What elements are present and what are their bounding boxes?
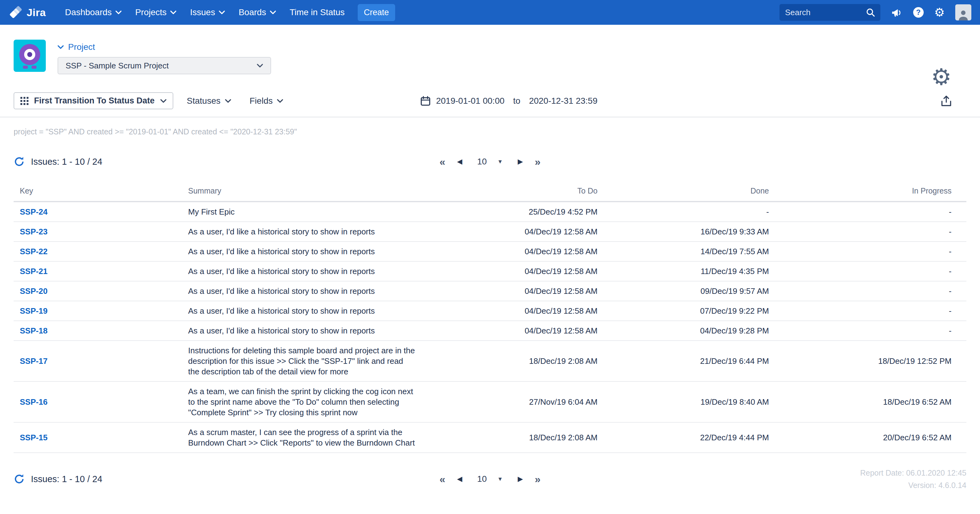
issue-inprogress-cell: - <box>769 321 966 341</box>
caret-down-icon: ▼ <box>497 158 503 165</box>
menu-time-in-status[interactable]: Time in Status <box>283 0 352 25</box>
first-page-button[interactable]: « <box>439 474 445 484</box>
table-row: SSP-22 As a user, I'd like a historical … <box>14 241 966 261</box>
search-input[interactable] <box>785 8 862 18</box>
date-from: 2019-01-01 00:00 <box>436 96 504 106</box>
chevron-down-icon <box>115 11 122 14</box>
issue-done-cell: 14/Dec/19 7:55 AM <box>598 241 769 261</box>
menu-boards[interactable]: Boards <box>232 0 283 25</box>
date-separator: to <box>513 96 520 106</box>
issue-key-link[interactable]: SSP-16 <box>20 397 48 407</box>
issue-done-cell: 09/Dec/19 9:57 AM <box>598 281 769 301</box>
last-page-button[interactable]: » <box>535 474 541 484</box>
previous-page-button[interactable]: ◀ <box>457 476 462 482</box>
jira-brand[interactable]: Jira <box>10 6 46 19</box>
menu-projects[interactable]: Projects <box>129 0 183 25</box>
issues-toolbar-bottom: Issues: 1 - 10 / 24 « ◀ 10 ▼ ▶ » Report … <box>14 467 966 501</box>
issue-todo-cell: 04/Dec/19 12:58 AM <box>430 261 598 281</box>
project-select-value: SSP - Sample Scrum Project <box>65 61 169 70</box>
search-icon[interactable] <box>866 8 875 17</box>
report-settings-gear-icon[interactable]: ⚙ <box>931 65 951 89</box>
issues-toolbar-top: Issues: 1 - 10 / 24 « ◀ 10 ▼ ▶ » <box>14 152 966 171</box>
first-page-button[interactable]: « <box>439 156 445 167</box>
feedback-megaphone-icon[interactable] <box>891 7 903 18</box>
next-page-button[interactable]: ▶ <box>518 158 523 165</box>
chevron-down-icon <box>219 11 225 14</box>
next-page-button[interactable]: ▶ <box>518 476 523 482</box>
statuses-dropdown[interactable]: Statuses <box>187 96 231 106</box>
issue-key-cell: SSP-18 <box>14 321 188 341</box>
refresh-icon[interactable] <box>14 473 25 485</box>
issue-key-link[interactable]: SSP-15 <box>20 433 48 442</box>
issues-table-body: SSP-24 My First Epic 25/Dec/19 4:52 PM -… <box>14 201 966 453</box>
fields-label: Fields <box>250 96 273 106</box>
issue-key-cell: SSP-23 <box>14 222 188 241</box>
issue-key-link[interactable]: SSP-21 <box>20 267 48 276</box>
issue-done-cell: 07/Dec/19 9:22 PM <box>598 301 769 321</box>
issue-key-link[interactable]: SSP-24 <box>20 207 48 216</box>
issue-summary-cell: As a user, I'd like a historical story t… <box>188 321 430 341</box>
issue-summary-cell: As a scrum master, I can see the progres… <box>188 422 430 453</box>
project-avatar <box>14 40 46 72</box>
menu-dashboards[interactable]: Dashboards <box>58 0 129 25</box>
issue-key-link[interactable]: SSP-20 <box>20 286 48 296</box>
search-box[interactable] <box>780 4 880 21</box>
issue-key-cell: SSP-20 <box>14 281 188 301</box>
issue-inprogress-cell: - <box>769 222 966 241</box>
chevron-down-icon <box>160 99 167 103</box>
issue-summary-cell: As a user, I'd like a historical story t… <box>188 261 430 281</box>
report-type-button[interactable]: First Transition To Status Date <box>14 92 173 109</box>
brand-name: Jira <box>27 6 46 19</box>
column-header-done: Done <box>598 181 769 201</box>
issue-key-link[interactable]: SSP-22 <box>20 247 48 256</box>
last-page-button[interactable]: » <box>535 156 541 167</box>
issue-inprogress-cell: 18/Dec/19 12:52 PM <box>769 341 966 382</box>
table-row: SSP-21 As a user, I'd like a historical … <box>14 261 966 281</box>
issue-todo-cell: 25/Dec/19 4:52 PM <box>430 201 598 222</box>
main-menu: Dashboards Projects Issues Boards Time i… <box>58 0 352 25</box>
calendar-icon <box>420 96 430 106</box>
date-to: 2020-12-31 23:59 <box>529 96 598 106</box>
help-icon[interactable]: ? <box>913 7 924 18</box>
date-range-picker[interactable]: 2019-01-01 00:00 to 2020-12-31 23:59 <box>420 96 598 106</box>
page-header: Project SSP - Sample Scrum Project ⚙ Fir… <box>0 25 980 117</box>
issue-key-link[interactable]: SSP-19 <box>20 306 48 316</box>
menu-issues[interactable]: Issues <box>183 0 232 25</box>
export-button[interactable] <box>941 95 951 107</box>
previous-page-button[interactable]: ◀ <box>457 158 462 165</box>
refresh-icon[interactable] <box>14 156 25 167</box>
issue-todo-cell: 04/Dec/19 12:58 AM <box>430 321 598 341</box>
issue-todo-cell: 27/Nov/19 6:04 AM <box>430 382 598 422</box>
project-select[interactable]: SSP - Sample Scrum Project <box>57 57 271 74</box>
page-size-select[interactable]: 10 ▼ <box>474 154 506 169</box>
issue-key-link[interactable]: SSP-17 <box>20 356 48 366</box>
issue-key-cell: SSP-22 <box>14 241 188 261</box>
issue-summary-cell: As a user, I'd like a historical story t… <box>188 281 430 301</box>
issue-key-link[interactable]: SSP-23 <box>20 227 48 236</box>
issue-key-link[interactable]: SSP-18 <box>20 326 48 335</box>
content-area: project = "SSP" AND created >= "2019-01-… <box>0 127 980 501</box>
issue-key-cell: SSP-16 <box>14 382 188 422</box>
issue-todo-cell: 04/Dec/19 12:58 AM <box>430 301 598 321</box>
issue-todo-cell: 18/Dec/19 2:08 AM <box>430 341 598 382</box>
fields-dropdown[interactable]: Fields <box>250 96 283 106</box>
issue-key-cell: SSP-19 <box>14 301 188 321</box>
chevron-down-icon <box>270 11 276 14</box>
table-row: SSP-24 My First Epic 25/Dec/19 4:52 PM -… <box>14 201 966 222</box>
issue-summary-cell: As a user, I'd like a historical story t… <box>188 301 430 321</box>
page-size-value: 10 <box>477 157 487 167</box>
column-header-todo: To Do <box>430 181 598 201</box>
create-button[interactable]: Create <box>358 4 395 21</box>
issue-key-cell: SSP-15 <box>14 422 188 453</box>
table-row: SSP-15 As a scrum master, I can see the … <box>14 422 966 453</box>
issue-key-cell: SSP-24 <box>14 201 188 222</box>
navbar-right: ? ⚙ <box>780 4 971 21</box>
caret-down-icon: ▼ <box>497 476 503 482</box>
column-header-inprogress: In Progress <box>769 181 966 201</box>
page-size-select[interactable]: 10 ▼ <box>474 472 506 487</box>
project-scope-toggle[interactable]: Project <box>57 42 271 52</box>
issue-key-cell: SSP-17 <box>14 341 188 382</box>
issue-inprogress-cell: - <box>769 281 966 301</box>
user-avatar[interactable] <box>955 4 971 21</box>
settings-gear-icon[interactable]: ⚙ <box>934 6 945 18</box>
